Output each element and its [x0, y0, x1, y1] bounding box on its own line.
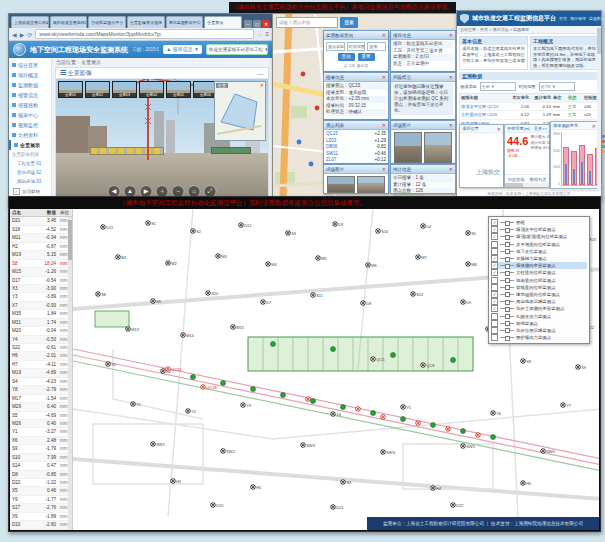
marker-alarm[interactable]	[476, 433, 481, 438]
marker-point[interactable]: M2	[166, 261, 178, 266]
portal-nav-link[interactable]: 项目管理	[570, 16, 586, 21]
legend-row[interactable]: ✓建筑物竖向位移监测点	[491, 291, 587, 298]
gauge-link[interactable]: 历史曲线	[508, 177, 525, 182]
marker-green[interactable]	[371, 411, 376, 416]
sidebar-item[interactable]: 监测数据	[9, 80, 51, 90]
marker-point[interactable]: SW1	[151, 442, 166, 447]
popup-button[interactable]: 重置	[358, 53, 375, 61]
point-link[interactable]: ZL07	[326, 157, 336, 163]
marker-point[interactable]: H4	[431, 486, 442, 491]
map-search-button[interactable]: 搜索	[340, 17, 358, 28]
marker-point[interactable]: D3	[333, 222, 344, 227]
layer-checkbox[interactable]: ✓	[491, 269, 498, 276]
marker-point[interactable]: SW4	[381, 450, 396, 455]
marker-point[interactable]: M14	[181, 333, 195, 338]
layer-checkbox[interactable]: ✓	[491, 298, 498, 305]
point-table-row[interactable]: M17-1.54mm	[10, 395, 72, 403]
marker-green[interactable]	[341, 405, 346, 410]
marker-point[interactable]: M4	[266, 262, 278, 267]
popup-header[interactable]: 测点列表✕	[324, 121, 388, 130]
popup-header[interactable]: 监测数据查询✕	[324, 31, 388, 40]
marker-point[interactable]: M15	[231, 325, 245, 330]
point-table-row[interactable]: M20-0.04mm	[10, 327, 72, 335]
browser-tab[interactable]: 全景展示	[204, 16, 242, 28]
popup-close-icon[interactable]: ✕	[449, 122, 453, 128]
table-scrollbar[interactable]	[68, 217, 72, 530]
browser-tab[interactable]: 上海轨道交通工程监测网	[11, 16, 49, 28]
marker-point[interactable]: S9	[151, 299, 162, 304]
marker-point[interactable]: D20	[211, 503, 225, 508]
point-table-row[interactable]: Y1-3.27mm	[10, 428, 72, 436]
marker-point[interactable]: D4	[421, 224, 432, 229]
layer-checkbox[interactable]: ✓	[491, 233, 498, 240]
layer-checkbox[interactable]: ✓	[491, 255, 498, 262]
point-table-row[interactable]: M11-0.34mm	[10, 234, 72, 242]
marker-alarm[interactable]: QC15	[166, 367, 183, 372]
legend-row[interactable]: ✓图框	[491, 219, 587, 226]
legend-row[interactable]: ✓墙顶水平位移监测点	[491, 226, 587, 233]
checkbox-icon[interactable]: ✓	[13, 188, 20, 195]
forward-icon[interactable]: ▶	[20, 31, 25, 38]
popup-header[interactable]: 项目信息✕	[391, 31, 455, 40]
gauge-link[interactable]: 数据列表	[530, 177, 547, 182]
marker-point[interactable]: Y7	[561, 403, 572, 408]
point-table-row[interactable]: X7-0.93mm	[10, 302, 72, 310]
legend-row[interactable]: 地下水位监测点	[491, 248, 587, 255]
point-table-row[interactable]: S4-4.23mm	[10, 378, 72, 386]
point-table-row[interactable]: Y9-1.77mm	[10, 496, 72, 504]
point-table-row[interactable]: M15-1.26mm	[10, 268, 72, 276]
marker-point[interactable]: X1	[106, 362, 117, 367]
legend-row[interactable]: ✓立柱竖向位移监测点	[491, 269, 587, 276]
popup-header[interactable]: 报警信息✕	[324, 73, 388, 82]
point-table-row[interactable]: S22-0.61mm	[10, 344, 72, 352]
marker-point[interactable]: M8	[466, 262, 478, 267]
marker-alarm[interactable]	[416, 421, 421, 426]
marker-point[interactable]: S1	[146, 221, 157, 226]
layer-checkbox[interactable]: ✓	[491, 226, 498, 233]
inset-close-icon[interactable]: ✕	[260, 83, 264, 88]
marker-alarm[interactable]: QC18	[201, 385, 218, 390]
map-search-input[interactable]: 请输入测点名称	[276, 17, 338, 28]
layer-checkbox[interactable]: ✓	[491, 219, 498, 226]
marker-point[interactable]: X8	[521, 359, 532, 364]
legend-row[interactable]: 裂缝监测点	[491, 320, 587, 327]
marker-point[interactable]: H5	[521, 481, 532, 486]
popup-header[interactable]: 现场图片✕	[391, 121, 455, 130]
marker-point[interactable]: M6	[366, 263, 378, 268]
marker-point[interactable]: S2	[191, 229, 202, 234]
legend-row[interactable]: ✓周边地表沉降监测点	[491, 298, 587, 305]
map-inset[interactable]: 全景 ✕	[214, 81, 266, 141]
marker-point[interactable]: D8	[361, 301, 372, 306]
point-table-row[interactable]: M311.74mm	[10, 319, 72, 327]
popup-select[interactable]: 时间范围	[347, 42, 366, 51]
sidebar-item[interactable]: 视频监控	[9, 120, 51, 130]
marker-point[interactable]: Y1	[131, 402, 142, 407]
marker-green[interactable]	[491, 435, 496, 440]
marker-green[interactable]	[191, 375, 196, 380]
close-icon[interactable]: ✕	[497, 126, 501, 132]
marker-point[interactable]: M3	[216, 254, 228, 259]
back-icon[interactable]: ◀	[12, 31, 17, 38]
marker-point[interactable]: S12	[411, 292, 424, 297]
layer-checkbox[interactable]	[491, 248, 498, 255]
layer-checkbox[interactable]	[491, 241, 498, 248]
point-table-row[interactable]: M195.15mm	[10, 251, 72, 259]
marker-point[interactable]: M7	[416, 255, 428, 260]
legend-row[interactable]: ✓墙顶(坡顶)竖向位移监测点	[491, 233, 587, 240]
marker-green[interactable]	[331, 347, 336, 352]
browser-tab[interactable]: 全景影像展示系统	[127, 16, 165, 28]
portal-nav-link[interactable]: 监测数据	[589, 16, 605, 21]
star-icon[interactable]: ☆	[257, 31, 262, 38]
point-table-row[interactable]: Y8-2.79mm	[10, 386, 72, 394]
layer-checkbox[interactable]	[491, 327, 498, 334]
marker-point[interactable]: QC5	[371, 357, 386, 362]
layer-checkbox[interactable]	[491, 277, 498, 284]
marker-point[interactable]: SW6	[541, 449, 556, 454]
table-row[interactable]: 墙顶水平位移 QC151.06-0.10mm正常±30	[460, 103, 598, 112]
popup-close-icon[interactable]: ✕	[382, 74, 386, 80]
marker-point[interactable]: QC8	[421, 363, 436, 368]
vertical-scrollbar[interactable]	[597, 26, 601, 190]
popup-close-icon[interactable]: ✕	[382, 32, 386, 38]
point-table-row[interactable]: X50.46mm	[10, 487, 72, 495]
sidebar-item[interactable]: 项目概况	[9, 70, 51, 80]
